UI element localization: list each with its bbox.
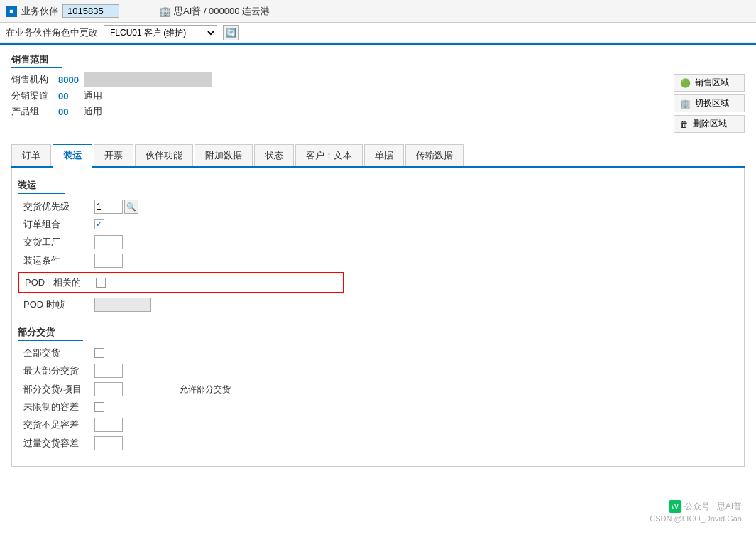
shipping-section: 装运 交货优先级 🔍 订单组合 交货工厂 装运条件 <box>18 179 738 312</box>
tab-customer-text[interactable]: 客户：文本 <box>295 144 363 166</box>
delivery-priority-label: 交货优先级 <box>23 200 94 213</box>
top-bar: ■ 业务伙伴 1015835 🏢 思AI普 / 000000 连云港 <box>0 0 756 23</box>
role-select[interactable]: FLCU01 客户 (维护) <box>104 25 217 40</box>
sales-org-code: 8000 <box>58 75 80 85</box>
delivery-plant-row: 交货工厂 <box>18 235 738 249</box>
pod-relevant-row: POD - 相关的 <box>18 272 344 293</box>
shipping-title: 装运 <box>18 179 65 194</box>
partial-delivery-section: 部分交货 全部交货 最大部分交货 部分交货/项目 允许部分交货 未限制的容差 <box>18 326 738 450</box>
refresh-button[interactable]: 🔄 <box>223 25 239 40</box>
pod-timeframe-row: POD 时帧 <box>18 298 738 312</box>
delivery-priority-row: 交货优先级 🔍 <box>18 200 738 214</box>
order-combo-checkbox[interactable] <box>94 219 104 229</box>
sales-region-icon: 🟢 <box>680 78 691 88</box>
order-combo-label: 订单组合 <box>23 218 94 231</box>
tab-invoice[interactable]: 开票 <box>94 144 133 166</box>
partner-info: ■ 业务伙伴 1015835 <box>6 4 119 18</box>
sales-grid: 销售机构 8000 分销渠道 00 通用 产品组 00 通用 <box>11 72 745 133</box>
main-content: 销售范围 销售机构 8000 分销渠道 00 通用 产品组 00 <box>0 45 756 475</box>
unlimited-tolerance-checkbox[interactable] <box>94 402 104 412</box>
dist-channel-code: 00 <box>58 91 80 102</box>
second-bar: 在业务伙伴角色中更改 FLCU01 客户 (维护) 🔄 <box>0 23 756 43</box>
partial-item-label: 部分交货/项目 <box>23 383 94 396</box>
watermark-line2: CSDN @FICO_David.Gao <box>650 514 742 523</box>
wechat-icon: W <box>669 500 681 513</box>
product-group-row: 产品组 00 通用 <box>11 105 645 118</box>
over-delivery-input[interactable] <box>94 436 123 450</box>
search-icon: 🔍 <box>126 202 136 212</box>
tab-status[interactable]: 状态 <box>254 144 294 166</box>
switch-region-label: 切换区域 <box>695 97 729 109</box>
sales-section: 销售范围 销售机构 8000 分销渠道 00 通用 产品组 00 <box>11 53 745 133</box>
delivery-plant-input[interactable] <box>94 235 123 249</box>
sales-right: 🟢 销售区域 🏢 切换区域 🗑 删除区域 <box>674 72 745 133</box>
switch-region-button[interactable]: 🏢 切换区域 <box>674 94 745 112</box>
partial-delivery-title: 部分交货 <box>18 326 83 341</box>
watermark-line1: 公众号 · 思AI普 <box>684 501 742 513</box>
tab-order[interactable]: 订单 <box>11 144 51 166</box>
under-delivery-input[interactable] <box>94 418 123 432</box>
product-group-value: 通用 <box>84 105 102 118</box>
org-label: 思AI普 / 000000 连云港 <box>174 5 270 18</box>
delete-region-button[interactable]: 🗑 删除区域 <box>674 115 745 133</box>
full-delivery-row: 全部交货 <box>18 347 738 359</box>
org-info: 🏢 思AI普 / 000000 连云港 <box>159 5 270 18</box>
dist-channel-label: 分销渠道 <box>11 90 54 102</box>
tab-transfer-data[interactable]: 传输数据 <box>405 144 464 166</box>
max-partial-label: 最大部分交货 <box>23 364 94 377</box>
switch-region-icon: 🏢 <box>680 99 691 109</box>
partial-item-hint: 允许部分交货 <box>180 384 231 396</box>
sales-org-value <box>84 72 212 87</box>
pod-timeframe-label: POD 时帧 <box>23 298 94 311</box>
dist-channel-row: 分销渠道 00 通用 <box>11 90 645 102</box>
over-delivery-row: 过量交货容差 <box>18 436 738 450</box>
pod-relevant-checkbox[interactable] <box>96 278 106 288</box>
full-delivery-label: 全部交货 <box>23 347 94 359</box>
partner-value: 1015835 <box>62 4 119 18</box>
under-delivery-label: 交货不足容差 <box>23 418 94 431</box>
delivery-plant-label: 交货工厂 <box>23 236 94 249</box>
product-group-label: 产品组 <box>11 105 54 118</box>
dist-channel-value: 通用 <box>84 90 102 102</box>
watermark-logo: W 公众号 · 思AI普 <box>650 500 742 513</box>
sales-section-title: 销售范围 <box>11 53 62 68</box>
partner-icon: ■ <box>6 6 17 17</box>
delete-region-label: 删除区域 <box>693 118 727 130</box>
delivery-priority-search[interactable]: 🔍 <box>124 200 138 214</box>
delete-region-icon: 🗑 <box>680 119 689 129</box>
tabs-bar: 订单 装运 开票 伙伴功能 附加数据 状态 客户：文本 单据 传输数据 <box>11 144 745 168</box>
under-delivery-row: 交货不足容差 <box>18 418 738 432</box>
full-delivery-checkbox[interactable] <box>94 348 104 358</box>
shipping-condition-input[interactable] <box>94 254 123 268</box>
unlimited-tolerance-row: 未限制的容差 <box>18 401 738 413</box>
unlimited-tolerance-label: 未限制的容差 <box>23 401 94 413</box>
partial-item-row: 部分交货/项目 允许部分交货 <box>18 382 738 396</box>
pod-relevant-label: POD - 相关的 <box>25 276 96 289</box>
sales-region-label: 销售区域 <box>695 77 729 89</box>
max-partial-row: 最大部分交货 <box>18 364 738 378</box>
refresh-icon: 🔄 <box>226 28 236 38</box>
partner-label: 业务伙伴 <box>21 5 58 18</box>
org-icon: 🏢 <box>159 6 171 17</box>
product-group-code: 00 <box>58 107 80 117</box>
over-delivery-label: 过量交货容差 <box>23 437 94 450</box>
sales-org-row: 销售机构 8000 <box>11 72 645 87</box>
delivery-priority-input[interactable] <box>94 200 123 214</box>
role-change-label: 在业务伙伴角色中更改 <box>6 26 98 39</box>
tab-document[interactable]: 单据 <box>364 144 404 166</box>
shipping-condition-row: 装运条件 <box>18 254 738 268</box>
tab-content: 装运 交货优先级 🔍 订单组合 交货工厂 装运条件 <box>11 168 745 467</box>
watermark: W 公众号 · 思AI普 CSDN @FICO_David.Gao <box>650 500 742 523</box>
shipping-condition-label: 装运条件 <box>23 254 94 267</box>
tab-additional-data[interactable]: 附加数据 <box>195 144 253 166</box>
sales-region-button[interactable]: 🟢 销售区域 <box>674 74 745 92</box>
order-combo-row: 订单组合 <box>18 218 738 231</box>
partial-item-input[interactable] <box>94 382 123 396</box>
tab-shipping[interactable]: 装运 <box>53 144 92 168</box>
sales-left: 销售机构 8000 分销渠道 00 通用 产品组 00 通用 <box>11 72 645 133</box>
pod-timeframe-input[interactable] <box>94 298 151 312</box>
sales-org-label: 销售机构 <box>11 73 54 86</box>
max-partial-input[interactable] <box>94 364 123 378</box>
tab-partner-function[interactable]: 伙伴功能 <box>135 144 193 166</box>
